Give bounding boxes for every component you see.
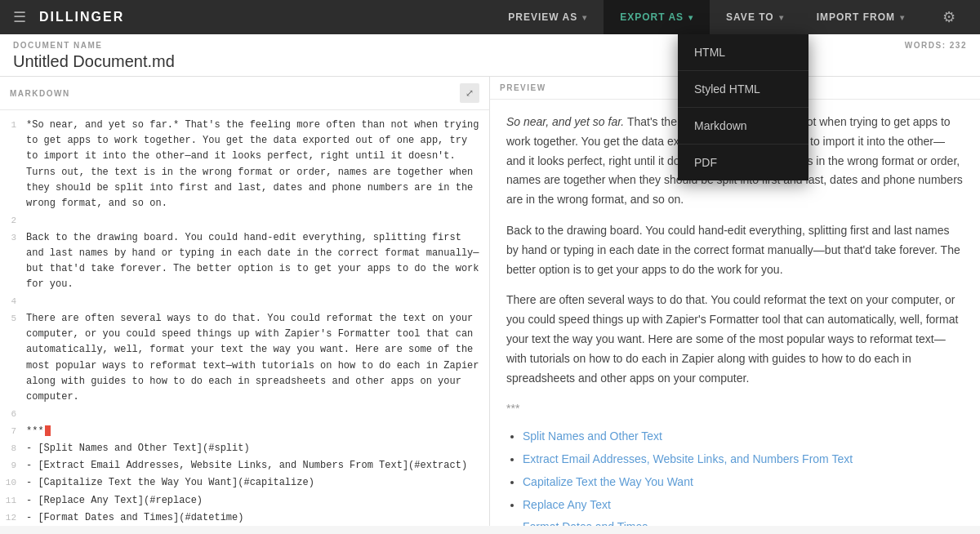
preview-link[interactable]: Replace Any Text [523, 498, 611, 511]
preview-link[interactable]: Format Dates and Times [523, 520, 648, 526]
markdown-line: 5There are often several ways to do that… [0, 310, 489, 406]
line-number: 4 [0, 294, 26, 309]
line-content[interactable]: - [Replace Any Text](#replace) [26, 493, 489, 509]
line-number: 6 [0, 407, 26, 422]
line-content[interactable]: There are often several ways to do that.… [26, 311, 489, 405]
markdown-line: 10- [Capitalize Text the Way You Want](#… [0, 474, 489, 492]
menu-icon[interactable]: ☰ [13, 8, 26, 26]
header: ☰ DILLINGER PREVIEW AS ▾ EXPORT AS ▾ SAV… [0, 0, 980, 34]
list-item: Extract Email Addresses, Website Links, … [523, 450, 964, 469]
line-content[interactable]: - [Extract Email Addresses, Website Link… [26, 458, 489, 474]
document-name-label: DOCUMENT NAME [13, 41, 175, 50]
chevron-down-icon: ▾ [582, 13, 587, 22]
line-content[interactable]: - [Split Names and Other Text](#split) [26, 441, 489, 456]
expand-button[interactable]: ⤢ [460, 83, 479, 103]
preview-paragraph: Back to the drawing board. You could han… [506, 221, 964, 279]
markdown-line: 1*So near, and yet so far.* That's the f… [0, 117, 489, 212]
markdown-line: 12- [Format Dates and Times](#datetime) [0, 510, 489, 526]
list-item: Replace Any Text [523, 496, 964, 515]
line-content[interactable] [26, 294, 489, 309]
line-number: 2 [0, 213, 26, 229]
line-number: 9 [0, 458, 26, 474]
markdown-line: 3Back to the drawing board. You could ha… [0, 229, 489, 294]
words-count: 232 [950, 41, 967, 50]
header-nav: PREVIEW AS ▾ EXPORT AS ▾ SAVE TO ▾ IMPOR… [492, 0, 921, 34]
line-number: 1 [0, 118, 26, 211]
export-dropdown: HTMLStyled HTMLMarkdownPDF [678, 34, 808, 180]
document-name[interactable]: Untitled Document.md [13, 52, 175, 71]
preview-link[interactable]: Capitalize Text the Way You Want [523, 475, 693, 488]
line-content[interactable]: *So near, and yet so far.* That's the fe… [26, 118, 489, 211]
markdown-line: 11- [Replace Any Text](#replace) [0, 492, 489, 510]
list-item: Format Dates and Times [523, 518, 964, 526]
line-number: 11 [0, 493, 26, 509]
chevron-down-icon: ▾ [688, 13, 693, 22]
markdown-line: 2 [0, 212, 489, 229]
list-item: Split Names and Other Text [523, 427, 964, 447]
markdown-pane-header: MARKDOWN ⤢ [0, 77, 489, 110]
nav-preview-as[interactable]: PREVIEW AS ▾ [492, 0, 604, 34]
line-number: 10 [0, 475, 26, 491]
main-content: MARKDOWN ⤢ 1*So near, and yet so far.* T… [0, 77, 980, 526]
markdown-line: 9- [Extract Email Addresses, Website Lin… [0, 457, 489, 474]
line-content[interactable]: Back to the drawing board. You could han… [26, 230, 489, 293]
document-bar: DOCUMENT NAME Untitled Document.md WORDS… [0, 34, 980, 77]
line-content[interactable]: *** [26, 424, 489, 439]
app-logo: DILLINGER [39, 10, 124, 24]
line-number: 3 [0, 230, 26, 293]
markdown-line: 6 [0, 406, 489, 423]
chevron-down-icon: ▾ [900, 13, 905, 22]
line-number: 8 [0, 441, 26, 456]
markdown-pane: MARKDOWN ⤢ 1*So near, and yet so far.* T… [0, 77, 490, 526]
nav-save-to[interactable]: SAVE TO ▾ [710, 0, 800, 34]
export-dropdown-item-pdf[interactable]: PDF [678, 145, 808, 180]
export-dropdown-item-html[interactable]: HTML [678, 34, 808, 71]
markdown-editor[interactable]: 1*So near, and yet so far.* That's the f… [0, 110, 489, 526]
markdown-line: 8- [Split Names and Other Text](#split) [0, 440, 489, 457]
line-number: 7 [0, 424, 26, 439]
line-content[interactable] [26, 213, 489, 229]
preview-links-list: Split Names and Other TextExtract Email … [506, 427, 964, 526]
line-content[interactable] [26, 407, 489, 422]
preview-link[interactable]: Split Names and Other Text [523, 429, 662, 443]
nav-export-as[interactable]: EXPORT AS ▾ [604, 0, 710, 34]
preview-hr: *** [506, 399, 964, 419]
words-label: WORDS: 232 [905, 41, 967, 50]
nav-import-from[interactable]: IMPORT FROM ▾ [800, 0, 921, 34]
list-item: Capitalize Text the Way You Want [523, 473, 964, 492]
preview-paragraph: There are often several ways to do that.… [506, 291, 964, 388]
markdown-line: 4 [0, 293, 489, 310]
preview-label: PREVIEW [500, 83, 546, 92]
line-content[interactable]: - [Format Dates and Times](#datetime) [26, 510, 489, 526]
line-number: 5 [0, 311, 26, 405]
export-dropdown-item-markdown[interactable]: Markdown [678, 108, 808, 145]
line-number: 12 [0, 510, 26, 526]
markdown-line: 7*** [0, 423, 489, 440]
line-content[interactable]: - [Capitalize Text the Way You Want](#ca… [26, 475, 489, 491]
settings-icon[interactable]: ⚙ [931, 8, 967, 26]
chevron-down-icon: ▾ [779, 13, 784, 22]
markdown-label: MARKDOWN [10, 89, 70, 98]
preview-link[interactable]: Extract Email Addresses, Website Links, … [523, 452, 853, 465]
export-dropdown-item-styled-html[interactable]: Styled HTML [678, 71, 808, 108]
